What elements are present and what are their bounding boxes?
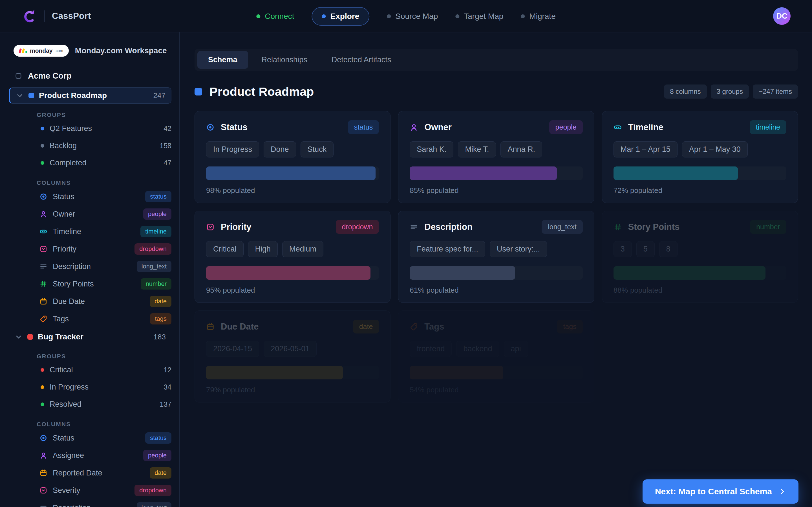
sidebar-group-in-progress[interactable]: In Progress 34 — [41, 379, 171, 396]
sidebar-column-severity[interactable]: Severity dropdown — [40, 482, 171, 499]
populated-bar-track — [613, 266, 786, 280]
sample-chip: 3 — [613, 241, 632, 257]
user-avatar[interactable]: DC — [773, 7, 791, 25]
stat-items: ~247 items — [753, 84, 798, 99]
populated-bar-track — [410, 266, 582, 280]
group-name: Completed — [50, 159, 87, 167]
populated-bar-fill — [206, 166, 375, 180]
type-badge: dropdown — [135, 243, 171, 255]
tag-icon — [40, 315, 47, 323]
sample-values: Feature spec for... User story:... — [410, 241, 582, 257]
sidebar-column-description[interactable]: Description long_text — [40, 258, 171, 275]
group-dot — [41, 161, 44, 165]
workspace-row[interactable]: Acme Corp — [15, 71, 171, 80]
sidebar-column-status[interactable]: Status status — [40, 188, 171, 205]
nav-step-connect[interactable]: Connect — [256, 12, 294, 21]
sidebar-column-due-date[interactable]: Due Date date — [40, 293, 171, 310]
column-card-due-date[interactable]: Due Date date 2026-04-15 2026-05-01 79% … — [195, 311, 391, 402]
group-count: 137 — [160, 400, 171, 408]
nav-step-target-map[interactable]: Target Map — [455, 12, 503, 21]
group-count: 12 — [163, 366, 171, 374]
column-name: Owner — [53, 210, 75, 219]
card-title: Timeline — [628, 122, 663, 132]
step-label: Source Map — [395, 12, 438, 21]
dropdown-icon — [206, 223, 214, 231]
sample-values: Critical High Medium — [206, 241, 379, 257]
board-name: Product Roadmap — [39, 91, 107, 100]
column-name: Priority — [53, 245, 77, 253]
sidebar-board-product-roadmap[interactable]: Product Roadmap 247 — [9, 87, 171, 104]
populated-label: 61% populated — [410, 286, 582, 295]
sample-chip: Feature spec for... — [410, 241, 485, 257]
group-name: Q2 Features — [50, 124, 92, 133]
column-name: Due Date — [53, 297, 85, 306]
sidebar-column-timeline[interactable]: Timeline timeline — [40, 223, 171, 240]
sidebar-column-priority[interactable]: Priority dropdown — [40, 240, 171, 258]
type-badge: people — [143, 209, 171, 220]
tab-relationships[interactable]: Relationships — [251, 51, 318, 69]
monday-logo: monday .com — [13, 45, 69, 57]
column-card-priority[interactable]: Priority dropdown Critical High Medium 9… — [195, 211, 391, 303]
tab-schema[interactable]: Schema — [197, 51, 248, 69]
main-content: Schema Relationships Detected Artifacts … — [180, 33, 812, 507]
column-card-description[interactable]: Description long_text Feature spec for..… — [398, 211, 594, 303]
sidebar-group-resolved[interactable]: Resolved 137 — [41, 396, 171, 413]
type-badge: people — [143, 450, 171, 461]
column-name: Status — [53, 434, 74, 443]
column-name: Status — [53, 192, 74, 201]
nav-step-source-map[interactable]: Source Map — [387, 12, 438, 21]
sample-chip: Mar 1 – Apr 15 — [613, 142, 677, 158]
calendar-icon — [40, 469, 47, 477]
sidebar-group-q2-features[interactable]: Q2 Features 42 — [41, 120, 171, 137]
type-badge: timeline — [140, 226, 171, 237]
tab-detected-artifacts[interactable]: Detected Artifacts — [321, 51, 402, 69]
type-badge: status — [145, 432, 171, 444]
dropdown-icon — [40, 245, 47, 253]
step-label: Target Map — [464, 12, 503, 21]
sidebar-group-backlog[interactable]: Backlog 158 — [41, 137, 171, 154]
populated-bar-track — [206, 366, 379, 379]
sample-chip: Done — [264, 142, 296, 158]
sidebar-column-tags[interactable]: Tags tags — [40, 310, 171, 328]
next-map-to-central-schema-button[interactable]: Next: Map to Central Schema — [643, 480, 799, 504]
sidebar-board-bug-tracker[interactable]: Bug Tracker 183 — [9, 329, 171, 345]
type-badge: dropdown — [135, 485, 171, 496]
sidebar-column-status-bt[interactable]: Status status — [40, 429, 171, 447]
column-card-tags[interactable]: Tags tags frontend backend api 54% popul… — [398, 311, 594, 402]
view-tabs: Schema Relationships Detected Artifacts — [195, 49, 798, 71]
sidebar-column-description-bt[interactable]: Description long_text — [40, 499, 171, 507]
sidebar-column-reported-date[interactable]: Reported Date date — [40, 464, 171, 482]
group-count: 34 — [163, 383, 171, 391]
group-name: In Progress — [50, 383, 89, 392]
group-dot — [41, 368, 44, 372]
type-badge: date — [353, 320, 379, 334]
column-card-timeline[interactable]: Timeline timeline Mar 1 – Apr 15 Apr 1 –… — [602, 111, 798, 203]
sidebar-column-story-points[interactable]: Story Points number — [40, 275, 171, 293]
sample-values: 3 5 8 — [613, 241, 786, 257]
brand: CassPort — [21, 8, 91, 24]
text-lines-icon — [40, 263, 47, 270]
sidebar-group-critical[interactable]: Critical 12 — [41, 361, 171, 379]
type-badge: people — [549, 120, 583, 134]
populated-label: 95% populated — [206, 286, 379, 295]
sample-chip: api — [504, 341, 528, 357]
group-dot — [41, 127, 44, 130]
populated-bar-fill — [206, 366, 343, 379]
source-title: Monday.com Workspace — [75, 46, 167, 55]
timeline-icon — [40, 228, 47, 235]
sidebar-group-completed[interactable]: Completed 47 — [41, 154, 171, 172]
card-title: Tags — [424, 322, 444, 332]
nav-step-explore[interactable]: Explore — [312, 7, 370, 25]
column-card-status[interactable]: Status status In Progress Done Stuck 98%… — [195, 111, 391, 203]
sidebar-column-owner[interactable]: Owner people — [40, 205, 171, 223]
type-badge: tags — [557, 320, 582, 334]
sample-chip: 8 — [659, 241, 677, 257]
sample-chip: Apr 1 – May 30 — [682, 142, 748, 158]
populated-bar-track — [206, 166, 379, 180]
populated-label: 72% populated — [613, 186, 786, 195]
column-card-owner[interactable]: Owner people Sarah K. Mike T. Anna R. 85… — [398, 111, 594, 203]
column-card-story-points[interactable]: Story Points number 3 5 8 88% populated — [602, 211, 798, 303]
nav-step-migrate[interactable]: Migrate — [521, 12, 555, 21]
populated-bar-fill — [613, 266, 766, 280]
sidebar-column-assignee[interactable]: Assignee people — [40, 447, 171, 464]
